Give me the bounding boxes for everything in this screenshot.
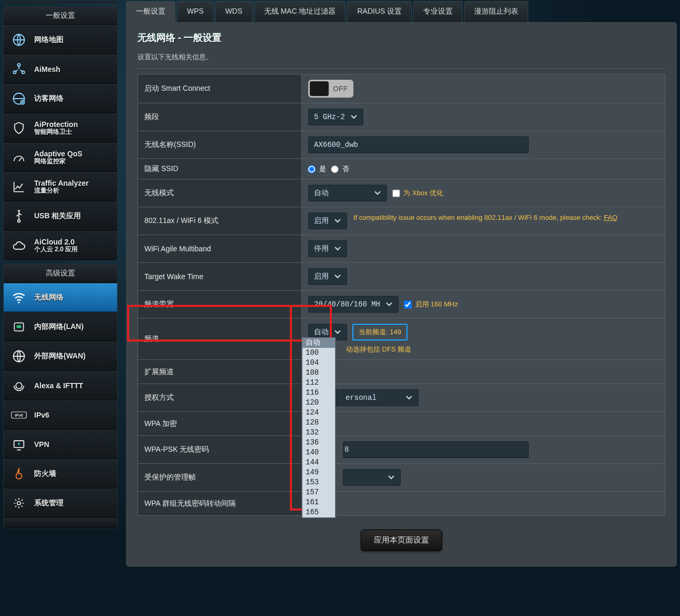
page-desc: 设置以下无线相关信息。 <box>138 52 665 69</box>
channel-option[interactable]: 157 <box>302 487 335 497</box>
channel-option[interactable]: 128 <box>302 418 335 428</box>
channel-option[interactable]: 165 <box>302 507 335 517</box>
label-wireless-mode: 无线模式 <box>138 179 302 207</box>
sidebar-item-label: 访客网络 <box>34 94 64 103</box>
tab-general[interactable]: 一般设置 <box>126 1 175 22</box>
channel-option[interactable]: 132 <box>302 428 335 438</box>
apply-button[interactable]: 应用本页面设置 <box>361 529 442 551</box>
channel-option[interactable]: 100 <box>302 348 335 358</box>
sidebar-item-lan[interactable]: 内部网络(LAN) <box>4 312 117 342</box>
toggle-smart-connect[interactable]: OFF <box>308 80 353 98</box>
sidebar-card-top <box>3 1 118 3</box>
tab-mac-filter[interactable]: 无线 MAC 地址过滤器 <box>254 1 346 22</box>
sidebar-item-wireless[interactable]: 无线网络 <box>4 283 117 312</box>
select-wireless-mode[interactable]: 自动 <box>308 185 387 201</box>
sidebar-item-network-map[interactable]: 网络地图 <box>4 25 117 55</box>
sidebar-item-usb-app[interactable]: USB 相关应用 <box>4 201 117 231</box>
input-ssid[interactable] <box>308 136 529 153</box>
tab-wds[interactable]: WDS <box>215 1 253 22</box>
sidebar-item-vpn[interactable]: VPN <box>4 430 117 459</box>
channel-option[interactable]: 161 <box>302 497 335 507</box>
channel-option[interactable]: 104 <box>302 358 335 368</box>
channel-option[interactable]: 149 <box>302 468 335 477</box>
sidebar-item-label: 网络地图 <box>34 35 64 45</box>
label-agile-multiband: WiFi Agile Multiband <box>138 235 302 263</box>
input-wpa-psk[interactable] <box>343 441 529 458</box>
sidebar-item-ipv6[interactable]: IPv6 IPv6 <box>4 400 117 430</box>
usb-icon <box>11 208 27 224</box>
sidebar-general-header: 一般设置 <box>4 7 117 25</box>
label-channel: 频道 <box>138 318 302 360</box>
sidebar-item-label: USB 相关应用 <box>34 211 81 221</box>
tab-roaming-block[interactable]: 漫游阻止列表 <box>464 1 528 22</box>
sidebar-advanced-card: 高级设置 无线网络 内部网络(LAN) 外部网络(WAN) Alexa & IF… <box>3 264 118 529</box>
chevron-down-icon <box>334 246 341 251</box>
sidebar-item-firewall[interactable]: 防火墙 <box>4 459 117 488</box>
select-80211ax[interactable]: 启用 <box>308 213 347 229</box>
sidebar-item-adaptive-qos[interactable]: Adaptive QoS 网络监控家 <box>4 143 117 172</box>
tab-wps[interactable]: WPS <box>177 1 214 22</box>
svg-point-7 <box>18 302 19 303</box>
sidebar-item-guest-network[interactable]: 访客网络 <box>4 84 117 113</box>
sidebar-item-label: Adaptive QoS 网络监控家 <box>34 150 82 165</box>
label-wpa-encryption: WPA 加密 <box>138 412 302 436</box>
sidebar-item-aimesh[interactable]: AiMesh <box>4 55 117 84</box>
tab-professional[interactable]: 专业设置 <box>413 1 463 22</box>
sidebar-item-aicloud[interactable]: AiCloud 2.0 个人云 2.0 应用 <box>4 231 117 260</box>
channel-option[interactable]: 112 <box>302 378 335 388</box>
label-80211ax: 802.11ax / WiFi 6 模式 <box>138 207 302 235</box>
channel-option[interactable]: 120 <box>302 398 335 408</box>
channel-option[interactable]: 144 <box>302 458 335 468</box>
sidebar-item-administration[interactable]: 系统管理 <box>4 488 117 518</box>
channel-dropdown[interactable]: 自动10010410811211612012412813213614014414… <box>302 337 336 518</box>
sidebar-item-wan[interactable]: 外部网络(WAN) <box>4 342 117 371</box>
dfs-note: 动选择包括 DFS 频道 <box>346 345 411 353</box>
label-group-key-rotation: WPA 群组无线密码转动间隔 <box>138 492 302 516</box>
select-target-wake-time[interactable]: 启用 <box>308 268 347 285</box>
cloud-icon <box>11 238 27 253</box>
sidebar-item-more[interactable] <box>4 518 117 528</box>
select-band[interactable]: 5 GHz-2 <box>308 109 363 125</box>
sidebar-item-label: IPv6 <box>34 411 49 419</box>
select-channel-bandwidth[interactable]: 20/40/80/160 MH <box>308 296 399 313</box>
label-wpa-psk: WPA-PSK 无线密码 <box>138 436 302 464</box>
globe-icon <box>11 348 27 364</box>
svg-point-6 <box>18 220 20 222</box>
channel-option[interactable]: 自动 <box>302 338 335 348</box>
select-pmf[interactable] <box>343 469 401 486</box>
chevron-down-icon <box>350 114 358 120</box>
sidebar-item-alexa-ifttt[interactable]: Alexa & IFTTT <box>4 371 117 400</box>
label-pmf: 受保护的管理帧 <box>138 464 302 492</box>
select-value: ersonal <box>346 394 376 402</box>
sidebar-advanced-header: 高级设置 <box>4 264 117 283</box>
channel-option[interactable]: 140 <box>302 448 335 458</box>
checkbox-enable-160mhz[interactable]: 启用 160 MHz <box>404 300 458 308</box>
settings-form: 启动 Smart Connect OFF 频段 5 GHz-2 <box>138 74 665 516</box>
checkbox-xbox-optimize[interactable]: 为 Xbox 优化 <box>393 189 443 197</box>
radio-hide-ssid-no[interactable]: 否 <box>331 165 349 173</box>
select-value: 20/40/80/160 MH <box>314 300 380 309</box>
channel-option[interactable]: 136 <box>302 438 335 448</box>
sidebar-item-aiprotection[interactable]: AiProtection 智能网络卫士 <box>4 113 117 143</box>
chevron-down-icon <box>388 475 395 480</box>
label-target-wake-time: Target Wake Time <box>138 263 302 291</box>
channel-option[interactable]: 116 <box>302 388 335 398</box>
channel-option[interactable]: 124 <box>302 408 335 418</box>
gauge-icon <box>11 150 27 165</box>
channel-option[interactable]: 153 <box>302 477 335 487</box>
label-smart-connect: 启动 Smart Connect <box>138 75 302 103</box>
sidebar-item-traffic-analyzer[interactable]: Traffic Analyzer 流量分析 <box>4 172 117 201</box>
sidebar-general-card: 一般设置 网络地图 AiMesh 访客网络 AiProtection <box>3 6 118 261</box>
sidebar-item-label: 防火墙 <box>34 469 56 479</box>
main-content: 一般设置 WPS WDS 无线 MAC 地址过滤器 RADIUS 设置 专业设置… <box>120 1 680 616</box>
select-agile-multiband[interactable]: 停用 <box>308 240 347 257</box>
chevron-down-icon <box>334 330 341 335</box>
channel-option[interactable]: 108 <box>302 368 335 378</box>
label-band: 频段 <box>138 103 302 131</box>
faq-link[interactable]: FAQ <box>604 214 618 221</box>
radio-hide-ssid-yes[interactable]: 是 <box>308 165 326 173</box>
label-auth-method: 授权方式 <box>138 384 302 412</box>
chevron-down-icon <box>405 395 413 400</box>
gear-icon <box>11 495 27 511</box>
tab-radius[interactable]: RADIUS 设置 <box>347 1 412 22</box>
